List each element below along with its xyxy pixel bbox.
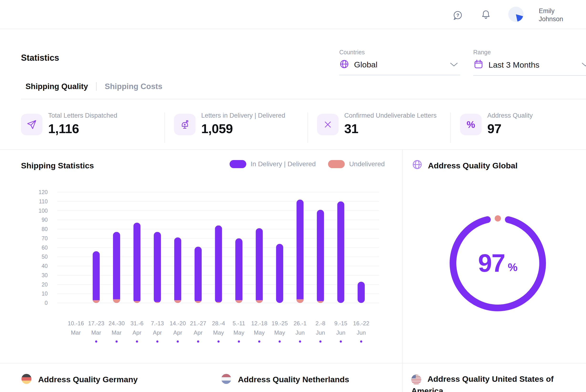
svg-text:%: % (467, 119, 475, 130)
usa-flag-icon (411, 374, 427, 384)
stat-value: 1,116 (48, 121, 117, 136)
help-button[interactable]: ? (452, 10, 464, 22)
svg-text:2.-8: 2.-8 (316, 320, 325, 326)
svg-text:26.-1: 26.-1 (294, 320, 307, 326)
svg-text:Jun: Jun (336, 329, 346, 336)
calendar-icon (473, 59, 484, 70)
legend-item-delivered[interactable]: In Delivery | Delivered (230, 160, 316, 168)
svg-text:60: 60 (42, 244, 48, 251)
stat-label: Address Quality (487, 112, 533, 119)
svg-text:40: 40 (42, 263, 48, 269)
svg-text:Apr: Apr (173, 329, 182, 336)
tab-shipping-quality[interactable]: Shipping Quality (26, 82, 88, 91)
stat-label: Confirmed Undeliverable Letters (344, 112, 437, 119)
svg-text:?: ? (456, 12, 459, 18)
svg-text:100: 100 (39, 208, 48, 214)
countries-label: Countries (339, 49, 460, 56)
germany-flag-icon (22, 374, 32, 385)
address-quality-germany: Address Quality Germany (22, 374, 138, 385)
legend-item-undelivered[interactable]: Undelivered (328, 160, 385, 168)
stat-value: 1,059 (201, 121, 285, 136)
send-icon (21, 114, 43, 135)
svg-text:30: 30 (42, 272, 48, 278)
svg-text:24.-30: 24.-30 (109, 320, 125, 326)
globe-icon (339, 59, 349, 70)
svg-text:17.-23: 17.-23 (88, 320, 104, 326)
svg-text:20: 20 (42, 282, 48, 288)
stat-value: 31 (344, 121, 437, 136)
delivered-legend-swatch (230, 160, 246, 168)
donut-value: 97 (478, 249, 505, 278)
legend-label: Undelivered (349, 160, 385, 168)
svg-text:Apr: Apr (153, 329, 162, 336)
stat-card-address-quality: % Address Quality 97 (460, 112, 533, 136)
bell-icon (480, 18, 492, 22)
notifications-button[interactable] (480, 9, 492, 22)
range-selector[interactable]: Range Last 3 Months (473, 49, 586, 76)
svg-text:120: 120 (39, 189, 48, 195)
stat-divider (450, 112, 451, 143)
donut-unit: % (508, 261, 518, 274)
panel-divider (402, 150, 403, 392)
chevron-down-icon (582, 62, 586, 68)
stat-card-undeliverable: Confirmed Undeliverable Letters 31 (317, 112, 437, 136)
stat-label: Total Letters Dispatched (48, 112, 117, 119)
aq-country-title: Address Quality Germany (38, 375, 138, 384)
tabs-divider (21, 99, 586, 99)
svg-text:70: 70 (42, 235, 48, 242)
bottom-section-divider (0, 363, 586, 364)
svg-text:80: 80 (42, 226, 48, 232)
help-icon: ? (452, 18, 464, 22)
svg-text:Jun: Jun (296, 329, 305, 336)
stat-divider (308, 112, 308, 143)
range-value: Last 3 Months (488, 60, 539, 70)
shipping-statistics-chart: 010203040506070809010011012010.-16Mar17.… (33, 188, 391, 345)
svg-text:Jun: Jun (357, 329, 366, 336)
x-icon (317, 114, 339, 135)
tab-separator (96, 82, 97, 91)
chevron-down-icon (450, 62, 458, 68)
svg-text:Mar: Mar (91, 329, 101, 336)
undelivered-legend-swatch (328, 160, 345, 168)
stat-divider (164, 112, 165, 143)
svg-text:0: 0 (45, 300, 48, 306)
svg-text:Apr: Apr (194, 329, 202, 336)
svg-text:5.-11: 5.-11 (233, 320, 245, 326)
svg-text:90: 90 (42, 217, 48, 223)
address-quality-donut: 97 % (443, 208, 553, 318)
svg-text:7.-13: 7.-13 (151, 320, 164, 326)
globe-icon (412, 159, 423, 171)
stat-card-in-delivery: Letters in Delivery | Delivered 1,059 (174, 112, 285, 136)
svg-text:Jun: Jun (316, 329, 325, 336)
svg-text:14.-20: 14.-20 (169, 320, 186, 326)
svg-text:19.-25: 19.-25 (271, 320, 288, 326)
svg-text:10: 10 (42, 290, 48, 297)
user-name: Emily Johnson (539, 7, 572, 23)
svg-text:16.-22: 16.-22 (353, 320, 369, 326)
svg-text:10.-16: 10.-16 (68, 320, 84, 326)
chart-legend: In Delivery | Delivered Undelivered (230, 160, 385, 168)
svg-text:Mar: Mar (71, 329, 81, 336)
svg-text:50: 50 (42, 254, 48, 260)
countries-selector[interactable]: Countries Global (339, 49, 460, 75)
stat-value: 97 (487, 121, 533, 136)
aq-country-title: Address Quality Netherlands (238, 375, 349, 384)
avatar[interactable] (508, 7, 523, 22)
tab-shipping-costs[interactable]: Shipping Costs (105, 82, 162, 91)
svg-text:110: 110 (39, 198, 48, 204)
address-quality-netherlands: Address Quality Netherlands (221, 374, 349, 385)
legend-label: In Delivery | Delivered (250, 160, 316, 168)
mailbox-icon (174, 114, 195, 135)
address-quality-usa: Address Quality United States of America (411, 373, 576, 392)
svg-text:Mar: Mar (112, 329, 121, 336)
statistics-dashboard: ? Emily Johnson Statistics Countries (0, 0, 586, 392)
netherlands-flag-icon (221, 374, 231, 385)
svg-text:21.-27: 21.-27 (190, 320, 206, 326)
svg-text:9.-15: 9.-15 (334, 320, 347, 326)
svg-text:May: May (254, 329, 265, 336)
svg-text:May: May (274, 329, 285, 336)
countries-value: Global (354, 60, 377, 69)
svg-text:Apr: Apr (133, 329, 141, 336)
range-label: Range (473, 49, 586, 56)
svg-text:12.-18: 12.-18 (251, 320, 267, 326)
